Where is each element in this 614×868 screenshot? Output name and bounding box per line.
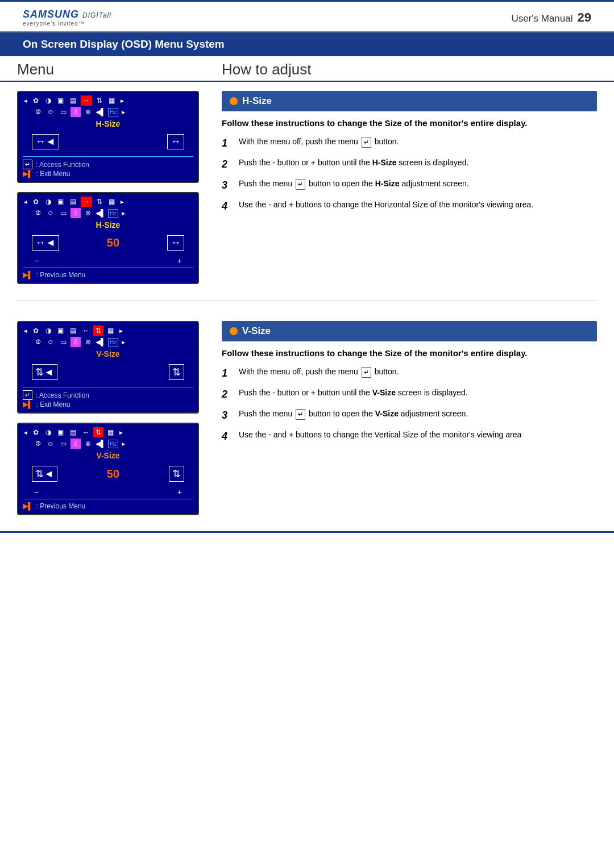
veye-icon: ℰ bbox=[70, 337, 81, 347]
vcontrast-icon: ◑ bbox=[43, 327, 53, 335]
vbox-icon: ▭ bbox=[58, 338, 68, 346]
vsize2-right-icon: ⇅ bbox=[169, 466, 184, 482]
osd2-icon-row2: Φ ☺ ▭ ℰ ⊗ ◀▌ Hz ► bbox=[23, 208, 193, 218]
vsize-osd2-content: ⇅◄ 50 ⇅ bbox=[23, 461, 193, 486]
vbrightness2-icon: ✿ bbox=[31, 428, 41, 436]
hsize-left-icon: ↔◄ bbox=[32, 134, 59, 149]
phi2-icon: Φ bbox=[33, 209, 43, 217]
enter-inline2-icon: ↵ bbox=[296, 179, 305, 190]
vcolor-icon: ▤ bbox=[68, 327, 78, 335]
vsize-step1: 1 With the menu off, push the menu ↵ but… bbox=[222, 366, 597, 381]
vhz-icon: Hz bbox=[108, 338, 118, 347]
manual-title: User's Manual29 bbox=[511, 10, 591, 25]
contrast-icon: ◑ bbox=[43, 97, 53, 105]
plus-label: + bbox=[177, 256, 182, 265]
vsize-step4: 4 Use the - and + buttons to change the … bbox=[222, 429, 597, 444]
vcancel2-icon: ⊗ bbox=[83, 440, 93, 448]
vosd2-icon-row2: Φ ☺ ▭ ℰ ⊗ ◀▌ Hz ► bbox=[23, 439, 193, 449]
vsize-osd1-content: ⇅◄ ⇅ bbox=[23, 360, 193, 385]
veye2-icon: ℰ bbox=[70, 439, 81, 449]
vleft-arrow3-icon: ◄ bbox=[23, 429, 28, 436]
hsize-howto-col: H-Size Follow these instructions to chan… bbox=[210, 82, 597, 289]
eye2-icon: ℰ bbox=[70, 208, 81, 218]
vexit-icon: ▶▌ bbox=[23, 400, 33, 408]
hsize-label: H-Size bbox=[23, 119, 193, 128]
page-bottom-border bbox=[0, 531, 614, 533]
hz2-icon: Hz bbox=[108, 209, 118, 218]
vsize-menu-col: ◄ ✿ ◑ ▣ ▤ ↔ ⇅ ▦ ► Φ ☺ ▭ ℰ ⊗ ◀▌ Hz ► bbox=[17, 312, 210, 520]
section-title: On Screen Display (OSD) Menu System bbox=[0, 32, 614, 56]
vsize-value: 50 bbox=[107, 468, 119, 481]
brightness-icon: ✿ bbox=[31, 97, 41, 105]
vhsize-icon: ↔ bbox=[81, 327, 91, 335]
section-divider1 bbox=[17, 300, 597, 301]
hsize-step4: 4 Use the - and + buttons to change the … bbox=[222, 199, 597, 214]
hsize-menu-col: ◄ ✿ ◑ ▣ ▤ ↔ ⇅ ▦ ► Φ ☺ ▭ ℰ ⊗ ◀▌ Hz ► bbox=[17, 82, 210, 289]
vosd1-icon-row1: ◄ ✿ ◑ ▣ ▤ ↔ ⇅ ▦ ► bbox=[23, 326, 193, 336]
vfooter-access: ↵ : Access Function bbox=[23, 390, 193, 400]
right-arrow-icon: ► bbox=[119, 98, 125, 104]
hz-icon: Hz bbox=[108, 108, 118, 116]
prev2-icon: ◀▌ bbox=[96, 209, 106, 217]
hsize2-right-icon: ↔ bbox=[167, 235, 184, 251]
howto-column-header: How to adjust bbox=[210, 61, 597, 78]
vright-arrow3-icon: ► bbox=[118, 429, 124, 436]
vcolor2-icon: ▤ bbox=[68, 428, 78, 436]
color-icon: ▤ bbox=[68, 97, 78, 105]
minus-plus-row: − + bbox=[23, 256, 193, 265]
vminus-plus-row: − + bbox=[23, 487, 193, 496]
vbrightness-icon: ✿ bbox=[31, 327, 41, 335]
vorange-dot-icon bbox=[230, 327, 238, 335]
prev-menu-icon: ▶▌ bbox=[23, 271, 33, 279]
vsize-step2: 2 Push the - button or + button until th… bbox=[222, 387, 597, 402]
prev-icon: ◀▌ bbox=[96, 108, 106, 116]
menu-column-header: Menu bbox=[17, 61, 210, 78]
vhsize2-icon: ↔ bbox=[81, 428, 91, 436]
vimage2-icon: ▣ bbox=[56, 428, 66, 436]
smile2-icon: ☺ bbox=[45, 209, 56, 217]
vprev-menu-icon: ▶▌ bbox=[23, 502, 33, 510]
vsize-howto-title: V-Size bbox=[222, 321, 597, 341]
eye-icon: ℰ bbox=[70, 107, 81, 117]
vmisc2-icon: ▦ bbox=[106, 428, 116, 436]
vsize-subtitle: Follow these instructions to change the … bbox=[222, 347, 597, 359]
logo-tagline: everyone's invited™ bbox=[23, 20, 111, 27]
logo: SAMSUNG DIGITall everyone's invited™ bbox=[23, 9, 111, 27]
vhz2-icon: Hz bbox=[108, 440, 118, 448]
vsize-left-icon: ⇅◄ bbox=[32, 364, 57, 380]
hsize-osd1: ◄ ✿ ◑ ▣ ▤ ↔ ⇅ ▦ ► Φ ☺ ▭ ℰ ⊗ ◀▌ Hz ► bbox=[17, 91, 199, 183]
enter-inline-icon: ↵ bbox=[362, 137, 371, 148]
vminus-label: − bbox=[34, 487, 39, 496]
vsize-icon-sel: ⇅ bbox=[93, 326, 103, 336]
osd2-icon-row1: ◄ ✿ ◑ ▣ ▤ ↔ ⇅ ▦ ► bbox=[23, 197, 193, 207]
vsize-right-icon: ⇅ bbox=[169, 364, 184, 380]
vright-arrow-icon: ► bbox=[118, 328, 124, 334]
vprev-icon: ◀▌ bbox=[96, 338, 106, 346]
vimage-icon: ▣ bbox=[56, 327, 66, 335]
vsize-steps: 1 With the menu off, push the menu ↵ but… bbox=[222, 366, 597, 444]
vright-arrow4-icon: ► bbox=[121, 441, 126, 447]
page-header: SAMSUNG DIGITall everyone's invited™ Use… bbox=[0, 2, 614, 32]
hsize-value: 50 bbox=[107, 236, 119, 249]
vsmile2-icon: ☺ bbox=[45, 440, 56, 448]
minus-label: − bbox=[34, 256, 39, 265]
vsize2-left-icon: ⇅◄ bbox=[32, 466, 57, 482]
image-icon: ▣ bbox=[56, 97, 66, 105]
contrast2-icon: ◑ bbox=[43, 198, 53, 206]
exit-icon: ▶▌ bbox=[23, 170, 33, 178]
vsize-osd1-footer: ↵ : Access Function ▶▌ : Exit Menu bbox=[23, 387, 193, 408]
vcontrast2-icon: ◑ bbox=[43, 428, 53, 436]
vmisc-icon: ▦ bbox=[106, 327, 116, 335]
vcancel-icon: ⊗ bbox=[83, 338, 93, 346]
vleft-arrow-icon: ◄ bbox=[23, 328, 28, 334]
vfooter-exit: ▶▌ : Exit Menu bbox=[23, 400, 193, 408]
hsize-subtitle: Follow these instructions to change the … bbox=[222, 117, 597, 129]
hsize-step1: 1 With the menu off, push the menu ↵ but… bbox=[222, 136, 597, 151]
footer-access: ↵ : Access Function bbox=[23, 160, 193, 169]
box2-icon: ▭ bbox=[58, 209, 68, 217]
osd-icon-row2: Φ ☺ ▭ ℰ ⊗ ◀▌ Hz ► bbox=[23, 107, 193, 117]
venter-inline2-icon: ↵ bbox=[296, 409, 305, 420]
hsize-steps: 1 With the menu off, push the menu ↵ but… bbox=[222, 136, 597, 214]
orange-dot-icon bbox=[230, 97, 238, 105]
hsize-osd1-footer: ↵ : Access Function ▶▌ : Exit Menu bbox=[23, 156, 193, 178]
